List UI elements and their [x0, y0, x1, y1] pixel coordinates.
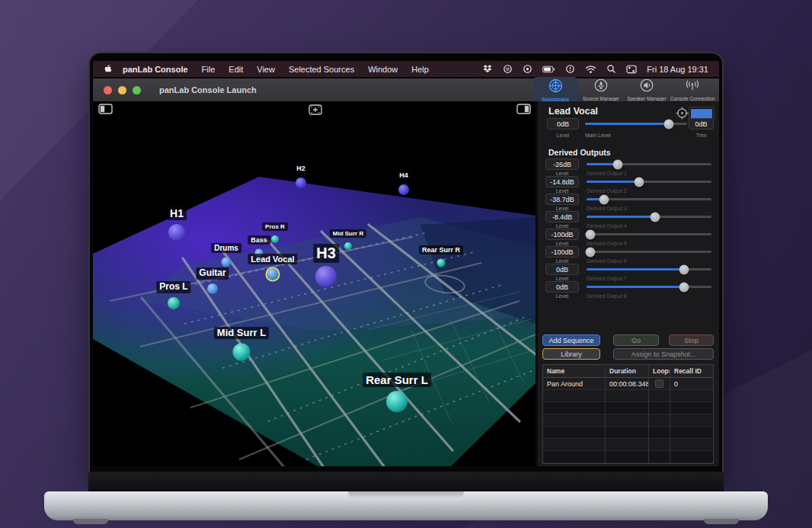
menu-window[interactable]: Window [361, 65, 404, 74]
derived-output-6-slider[interactable] [587, 251, 711, 253]
derived-output-4-slider[interactable] [587, 216, 711, 218]
derived-output-row-7: 0dBLevelDerived Output 7 [538, 264, 719, 281]
toolbar-source-manager[interactable]: Source Manager [579, 77, 623, 104]
dropbox-icon[interactable] [482, 64, 493, 74]
control-center-icon[interactable] [626, 65, 637, 74]
zoom-window-button[interactable] [133, 86, 141, 94]
source-control-panel: Lead Vocal 0dB 0dB Level Main Level Trim… [538, 101, 719, 466]
source-sphere-mid-surr-l[interactable] [233, 344, 251, 361]
sequence-table: NameDurationLoopsRecall ID Pan Around00:… [542, 364, 714, 464]
derived-output-3-slider[interactable] [587, 198, 711, 200]
laptop-lid-notch [348, 491, 464, 500]
sequence-table-header: NameDurationLoopsRecall ID [543, 365, 713, 378]
sequence-row-empty[interactable] [543, 390, 713, 402]
menu-app[interactable]: panLab Console [116, 65, 195, 74]
loops-checkbox[interactable] [655, 379, 663, 388]
menu-help[interactable]: Help [404, 65, 436, 74]
sequence-row-empty[interactable] [543, 414, 713, 427]
derived-output-1-thumb[interactable] [613, 159, 623, 169]
sequence-recall-id: 0 [670, 378, 714, 389]
source-label-lead-vocal: Lead Vocal [248, 254, 297, 265]
derived-output-8-thumb[interactable] [679, 282, 689, 292]
menu-view[interactable]: View [250, 65, 282, 74]
toolbar-console-connection[interactable]: Console Connection [670, 77, 714, 104]
panel-right-toggle-icon[interactable] [516, 104, 531, 117]
sequence-row-empty[interactable] [543, 402, 713, 414]
derived-output-6-thumb[interactable] [585, 247, 595, 257]
source-sphere-rear-surr-l[interactable] [386, 391, 408, 412]
panel-left-toggle-icon[interactable] [98, 104, 113, 117]
source-sphere-rear-surr-r[interactable] [437, 259, 446, 267]
menu-edit[interactable]: Edit [222, 65, 250, 74]
derived-output-4-thumb[interactable] [651, 212, 660, 222]
search-icon[interactable] [606, 64, 616, 74]
toolbar-speaker-manager[interactable]: Speaker Manager [625, 77, 669, 104]
derived-output-1-slider[interactable] [587, 163, 711, 165]
derived-output-5-value[interactable]: -100dB [545, 229, 579, 240]
main-level-value[interactable]: 0dB [547, 118, 579, 130]
derived-output-5-slider[interactable] [587, 233, 711, 235]
source-sphere-mid-surr-r[interactable] [344, 242, 352, 250]
column-header-recall-id[interactable]: Recall ID [670, 365, 714, 377]
derived-output-3-value[interactable]: -38.7dB [545, 194, 579, 205]
menu-selected-sources[interactable]: Selected Sources [282, 65, 361, 74]
derived-output-8-slider[interactable] [587, 286, 711, 288]
antenna-icon [685, 78, 700, 95]
source-label-rear-surr-r: Rear Surr R [419, 245, 463, 254]
derived-output-4-value[interactable]: -8.4dB [545, 211, 579, 222]
toolbar-soundscape[interactable]: Soundscape [533, 77, 577, 104]
derived-output-1-value[interactable]: -26dB [545, 158, 579, 170]
sequence-row-pan-around[interactable]: Pan Around00:00:08.3480 [543, 378, 713, 390]
record-icon[interactable] [523, 64, 532, 74]
pan-target-icon[interactable] [676, 107, 689, 123]
apple-logo-icon[interactable] [104, 64, 113, 74]
derived-output-name: Derived Output 1 [587, 171, 627, 176]
source-sphere-pros-l[interactable] [168, 297, 180, 309]
trim-value[interactable]: 0dB [689, 118, 714, 130]
source-sphere-guitar[interactable] [207, 283, 218, 294]
source-sphere-pros-r[interactable] [271, 235, 279, 243]
source-sphere-lead-vocal[interactable] [267, 269, 279, 280]
derived-output-2-thumb[interactable] [634, 177, 644, 187]
source-sphere-h4[interactable] [398, 184, 409, 195]
sequence-row-empty[interactable] [543, 427, 713, 439]
derived-output-3-thumb[interactable] [599, 194, 609, 204]
sequence-row-empty[interactable] [543, 439, 713, 451]
reset-view-icon[interactable] [308, 104, 322, 118]
assign-to-snapshot-button[interactable]: Assign to Snapshot... [613, 348, 714, 360]
derived-output-7-thumb[interactable] [679, 264, 689, 274]
circle-lines-icon[interactable] [503, 64, 513, 74]
soundscape-viewport[interactable]: H1H2H4H3Pros RBassDrumsLead VocalGuitarP… [93, 101, 535, 466]
stop-button[interactable]: Stop [669, 334, 714, 346]
derived-output-5-thumb[interactable] [585, 229, 595, 239]
derived-output-7-slider[interactable] [587, 268, 711, 270]
menu-clock[interactable]: Fri 18 Aug 19:31 [647, 65, 708, 74]
add-sequence-button[interactable]: Add Sequence [542, 334, 600, 346]
minimize-window-button[interactable] [118, 86, 126, 94]
go-button[interactable]: Go [613, 334, 659, 346]
derived-output-2-slider[interactable] [587, 181, 711, 183]
main-level-thumb[interactable] [663, 119, 673, 129]
microphone-icon [594, 78, 608, 95]
derived-output-8-value[interactable]: 0dB [545, 281, 579, 293]
column-header-duration[interactable]: Duration [605, 365, 648, 377]
menu-file[interactable]: File [195, 65, 222, 74]
source-sphere-h3[interactable] [315, 266, 337, 287]
derived-output-2-value[interactable]: -14.8dB [545, 176, 579, 187]
source-sphere-h1[interactable] [168, 224, 185, 241]
sequence-row-empty[interactable] [543, 451, 713, 463]
source-sphere-drums[interactable] [222, 258, 232, 267]
wifi-icon[interactable] [585, 65, 596, 74]
status-circle-icon[interactable] [565, 64, 575, 74]
main-level-slider[interactable] [585, 123, 687, 125]
derived-output-6-value[interactable]: -100dB [545, 246, 579, 258]
library-button[interactable]: Library [542, 348, 600, 360]
derived-output-level-label: Level [545, 293, 579, 299]
column-header-name[interactable]: Name [543, 365, 605, 377]
source-label-h3: H3 [313, 244, 339, 263]
battery-icon[interactable] [542, 65, 555, 74]
source-sphere-h2[interactable] [296, 178, 306, 188]
column-header-loops[interactable]: Loops [648, 365, 670, 377]
close-window-button[interactable] [104, 86, 112, 94]
derived-output-7-value[interactable]: 0dB [545, 264, 579, 275]
